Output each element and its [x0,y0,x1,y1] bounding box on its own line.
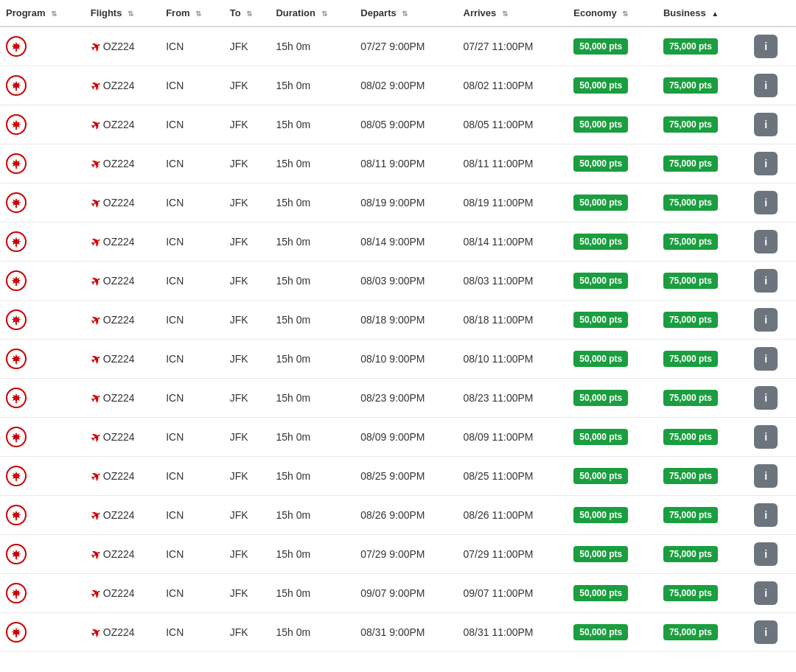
maple-leaf-icon [10,41,22,52]
col-header-business[interactable]: Business ▲ [657,0,748,27]
info-button[interactable]: i [754,464,778,488]
cell-program [0,457,85,496]
info-button[interactable]: i [754,152,778,175]
col-header-departs[interactable]: Departs ⇅ [355,0,457,27]
col-header-arrives[interactable]: Arrives ⇅ [458,0,568,27]
info-button[interactable]: i [754,269,778,293]
flight-number: OZ224 [103,470,135,482]
info-button[interactable]: i [754,503,778,527]
svg-rect-11 [15,480,17,481]
cell-program [0,105,85,144]
cell-to: JFK [224,340,270,379]
info-button[interactable]: i [754,35,778,58]
info-button[interactable]: i [754,74,778,97]
sort-icon-program: ⇅ [51,10,57,18]
cell-flights: ✈ OZ224 [85,457,160,496]
cell-to: JFK [224,418,270,457]
table-row: ✈ OZ224 ICNJFK15h 0m07/29 9:00PM07/29 11… [0,535,796,574]
cell-from: ICN [160,183,224,223]
info-button[interactable]: i [754,620,778,644]
cell-arrives: 08/14 11:00PM [458,223,568,262]
maple-leaf-icon [10,392,22,404]
cell-flights: ✈ OZ224 [85,66,160,105]
sort-icon-flights: ⇅ [128,10,133,18]
cell-arrives: 08/23 11:00PM [458,379,568,418]
business-badge: 75,000 pts [663,77,718,94]
cell-program [0,27,85,66]
col-header-flights[interactable]: Flights ⇅ [85,0,160,27]
col-header-economy[interactable]: Economy ⇅ [568,0,657,27]
info-button[interactable]: i [754,386,778,410]
col-header-duration[interactable]: Duration ⇅ [270,0,355,27]
cell-info: i [748,535,796,574]
economy-badge: 50,000 pts [573,429,628,445]
cell-info: i [748,418,796,457]
cell-arrives: 08/10 11:00PM [458,340,568,379]
sort-icon-duration: ⇅ [321,10,327,18]
cell-economy: 50,000 pts [568,144,657,183]
economy-badge: 50,000 pts [573,546,628,562]
cell-from: ICN [160,574,224,613]
cell-departs: 08/10 9:00PM [355,340,457,379]
info-button[interactable]: i [754,113,778,136]
cell-duration: 15h 0m [270,613,355,652]
table-row: ✈ OZ224 ICNJFK15h 0m08/11 9:00PM08/11 11… [0,144,796,183]
col-header-from[interactable]: From ⇅ [160,0,224,27]
cell-departs: 07/29 9:00PM [355,535,457,574]
maple-leaf-icon [10,470,22,482]
cell-departs: 08/18 9:00PM [355,301,457,340]
table-row: ✈ OZ224 ICNJFK15h 0m08/09 9:00PM08/09 11… [0,418,796,457]
economy-badge: 50,000 pts [573,155,628,172]
cell-from: ICN [160,66,224,105]
cell-program [0,301,85,340]
flight-number: OZ224 [103,587,135,599]
economy-badge: 50,000 pts [573,195,628,211]
cell-departs: 08/03 9:00PM [355,262,457,301]
info-button[interactable]: i [754,425,778,449]
cell-arrives: 08/19 11:00PM [458,183,568,223]
cell-flights: ✈ OZ224 [85,183,160,223]
cell-program [0,66,85,105]
cell-duration: 15h 0m [270,496,355,535]
cell-from: ICN [160,262,224,301]
cell-program [0,574,85,613]
cell-duration: 15h 0m [270,340,355,379]
flight-number: OZ224 [103,353,135,365]
col-header-program[interactable]: Program ⇅ [0,0,85,27]
info-button[interactable]: i [754,230,778,253]
cell-program [0,144,85,183]
cell-arrives: 08/03 11:00PM [458,262,568,301]
plane-icon: ✈ [88,351,103,368]
plane-icon: ✈ [88,507,103,524]
info-button[interactable]: i [754,347,778,371]
plane-icon: ✈ [88,273,103,290]
maple-leaf-icon [10,431,22,443]
cell-arrives: 07/27 11:00PM [458,27,568,66]
cell-departs: 08/23 9:00PM [355,379,457,418]
table-row: ✈ OZ224 ICNJFK15h 0m09/07 9:00PM09/07 11… [0,574,796,613]
cell-duration: 15h 0m [270,535,355,574]
info-button[interactable]: i [754,581,778,605]
program-logo [6,75,27,96]
cell-to: JFK [224,535,270,574]
cell-business: 75,000 pts [657,418,748,457]
plane-icon: ✈ [88,195,103,211]
cell-info: i [748,379,796,418]
cell-economy: 50,000 pts [568,418,657,457]
cell-info: i [748,105,796,144]
business-badge: 75,000 pts [663,624,718,640]
info-button[interactable]: i [754,308,778,332]
col-header-to[interactable]: To ⇅ [224,0,270,27]
cell-program [0,613,85,652]
cell-from: ICN [160,535,224,574]
cell-program [0,496,85,535]
cell-program [0,340,85,379]
cell-from: ICN [160,340,224,379]
svg-rect-5 [15,245,17,247]
cell-duration: 15h 0m [270,183,355,223]
maple-leaf-icon [10,275,22,287]
info-button[interactable]: i [754,542,778,566]
info-button[interactable]: i [754,191,778,214]
cell-arrives: 09/07 11:00PM [458,574,568,613]
cell-flights: ✈ OZ224 [85,418,160,457]
